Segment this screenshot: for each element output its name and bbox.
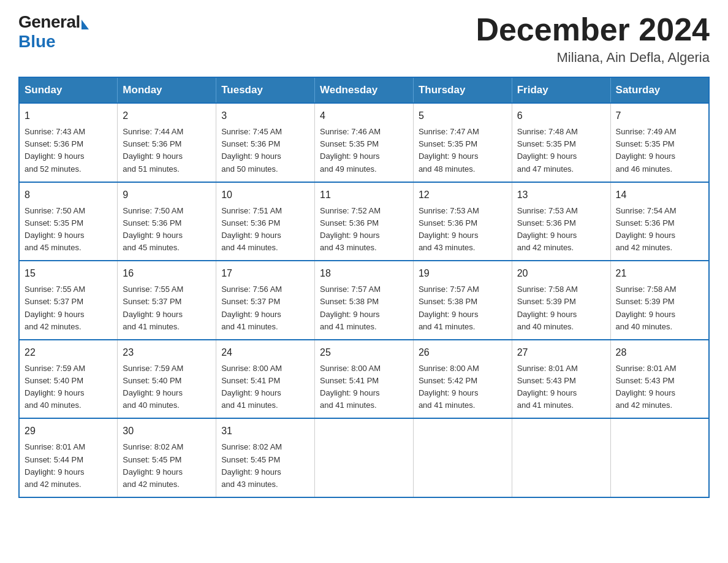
day-info: Sunrise: 7:54 AMSunset: 5:36 PMDaylight:… [616,206,677,252]
day-number: 12 [419,188,507,202]
calendar-day-cell: 7 Sunrise: 7:49 AMSunset: 5:35 PMDayligh… [610,103,709,182]
day-number: 7 [616,109,703,123]
calendar-day-cell: 21 Sunrise: 7:58 AMSunset: 5:39 PMDaylig… [610,261,709,340]
day-info: Sunrise: 7:59 AMSunset: 5:40 PMDaylight:… [25,364,85,410]
calendar-day-cell: 9 Sunrise: 7:50 AMSunset: 5:36 PMDayligh… [118,182,216,261]
day-number: 19 [419,266,507,281]
day-info: Sunrise: 7:57 AMSunset: 5:38 PMDaylight:… [320,285,381,331]
day-of-week-header: Monday [118,77,216,103]
day-number: 20 [517,266,605,281]
calendar-day-cell: 5 Sunrise: 7:47 AMSunset: 5:35 PMDayligh… [413,103,512,182]
day-info: Sunrise: 7:50 AMSunset: 5:36 PMDaylight:… [123,206,183,252]
calendar-day-cell: 25 Sunrise: 8:00 AMSunset: 5:41 PMDaylig… [315,340,414,419]
day-number: 15 [25,266,112,281]
day-number: 30 [123,424,211,439]
day-number: 29 [25,424,112,439]
calendar-day-cell: 11 Sunrise: 7:52 AMSunset: 5:36 PMDaylig… [315,182,414,261]
logo-blue-block [80,20,89,32]
day-info: Sunrise: 7:55 AMSunset: 5:37 PMDaylight:… [25,285,85,331]
day-info: Sunrise: 7:55 AMSunset: 5:37 PMDaylight:… [123,285,183,331]
day-info: Sunrise: 8:00 AMSunset: 5:42 PMDaylight:… [419,364,479,410]
calendar-week-row: 1 Sunrise: 7:43 AMSunset: 5:36 PMDayligh… [19,103,709,182]
day-info: Sunrise: 7:52 AMSunset: 5:36 PMDaylight:… [320,206,381,252]
day-of-week-header: Wednesday [315,77,414,103]
day-number: 22 [25,345,112,360]
calendar-day-cell: 15 Sunrise: 7:55 AMSunset: 5:37 PMDaylig… [19,261,118,340]
day-info: Sunrise: 7:51 AMSunset: 5:36 PMDaylight:… [221,206,282,252]
day-info: Sunrise: 7:53 AMSunset: 5:36 PMDaylight:… [517,206,578,252]
calendar-day-cell: 14 Sunrise: 7:54 AMSunset: 5:36 PMDaylig… [610,182,709,261]
month-title: December 2024 [476,12,710,47]
calendar-day-cell: 20 Sunrise: 7:58 AMSunset: 5:39 PMDaylig… [512,261,610,340]
day-info: Sunrise: 8:00 AMSunset: 5:41 PMDaylight:… [320,364,381,410]
calendar-day-cell: 27 Sunrise: 8:01 AMSunset: 5:43 PMDaylig… [512,340,610,419]
day-number: 11 [320,188,408,202]
day-info: Sunrise: 8:02 AMSunset: 5:45 PMDaylight:… [123,442,183,488]
day-info: Sunrise: 8:01 AMSunset: 5:44 PMDaylight:… [25,442,85,488]
day-info: Sunrise: 7:48 AMSunset: 5:35 PMDaylight:… [517,127,578,173]
day-of-week-header: Saturday [610,77,709,103]
calendar-day-cell: 16 Sunrise: 7:55 AMSunset: 5:37 PMDaylig… [118,261,216,340]
calendar-day-cell: 8 Sunrise: 7:50 AMSunset: 5:35 PMDayligh… [19,182,118,261]
calendar-day-cell: 19 Sunrise: 7:57 AMSunset: 5:38 PMDaylig… [413,261,512,340]
day-number: 23 [123,345,211,360]
day-info: Sunrise: 7:59 AMSunset: 5:40 PMDaylight:… [123,364,183,410]
day-number: 16 [123,266,211,281]
logo-blue-text: Blue [18,32,56,52]
calendar-week-row: 29 Sunrise: 8:01 AMSunset: 5:44 PMDaylig… [19,418,709,497]
logo-general-text: General [18,12,80,32]
calendar-day-cell: 24 Sunrise: 8:00 AMSunset: 5:41 PMDaylig… [216,340,315,419]
calendar-day-cell [512,418,610,497]
day-of-week-header: Sunday [19,77,118,103]
day-number: 28 [616,345,703,360]
day-number: 1 [25,109,112,123]
day-info: Sunrise: 7:49 AMSunset: 5:35 PMDaylight:… [616,127,677,173]
day-info: Sunrise: 7:58 AMSunset: 5:39 PMDaylight:… [616,285,677,331]
day-info: Sunrise: 7:44 AMSunset: 5:36 PMDaylight:… [123,127,183,173]
title-block: December 2024 Miliana, Ain Defla, Algeri… [476,12,710,66]
day-info: Sunrise: 7:56 AMSunset: 5:37 PMDaylight:… [221,285,282,331]
day-of-week-header: Thursday [413,77,512,103]
calendar-day-cell: 1 Sunrise: 7:43 AMSunset: 5:36 PMDayligh… [19,103,118,182]
day-info: Sunrise: 8:01 AMSunset: 5:43 PMDaylight:… [616,364,677,410]
day-number: 8 [25,188,112,202]
day-number: 3 [221,109,309,123]
calendar-day-cell: 17 Sunrise: 7:56 AMSunset: 5:37 PMDaylig… [216,261,315,340]
calendar-day-cell: 4 Sunrise: 7:46 AMSunset: 5:35 PMDayligh… [315,103,414,182]
day-number: 10 [221,188,309,202]
calendar-body: 1 Sunrise: 7:43 AMSunset: 5:36 PMDayligh… [19,103,709,497]
day-number: 9 [123,188,211,202]
calendar-week-row: 22 Sunrise: 7:59 AMSunset: 5:40 PMDaylig… [19,340,709,419]
day-info: Sunrise: 7:47 AMSunset: 5:35 PMDaylight:… [419,127,479,173]
day-number: 5 [419,109,507,123]
day-number: 21 [616,266,703,281]
location-text: Miliana, Ain Defla, Algeria [476,50,710,66]
days-of-week-row: SundayMondayTuesdayWednesdayThursdayFrid… [19,77,709,103]
day-info: Sunrise: 7:45 AMSunset: 5:36 PMDaylight:… [221,127,282,173]
day-number: 4 [320,109,408,123]
day-info: Sunrise: 7:58 AMSunset: 5:39 PMDaylight:… [517,285,578,331]
calendar-day-cell: 31 Sunrise: 8:02 AMSunset: 5:45 PMDaylig… [216,418,315,497]
day-info: Sunrise: 8:02 AMSunset: 5:45 PMDaylight:… [221,442,282,488]
day-info: Sunrise: 7:57 AMSunset: 5:38 PMDaylight:… [419,285,479,331]
logo: General Blue [18,12,89,52]
logo-triangle-icon [82,20,89,29]
day-of-week-header: Tuesday [216,77,315,103]
day-number: 6 [517,109,605,123]
calendar-day-cell: 30 Sunrise: 8:02 AMSunset: 5:45 PMDaylig… [118,418,216,497]
day-number: 25 [320,345,408,360]
day-of-week-header: Friday [512,77,610,103]
calendar-day-cell: 28 Sunrise: 8:01 AMSunset: 5:43 PMDaylig… [610,340,709,419]
calendar-day-cell: 3 Sunrise: 7:45 AMSunset: 5:36 PMDayligh… [216,103,315,182]
calendar-table: SundayMondayTuesdayWednesdayThursdayFrid… [18,77,710,498]
day-number: 26 [419,345,507,360]
day-number: 31 [221,424,309,439]
day-number: 2 [123,109,211,123]
calendar-day-cell [610,418,709,497]
calendar-day-cell: 13 Sunrise: 7:53 AMSunset: 5:36 PMDaylig… [512,182,610,261]
calendar-week-row: 8 Sunrise: 7:50 AMSunset: 5:35 PMDayligh… [19,182,709,261]
calendar-day-cell: 12 Sunrise: 7:53 AMSunset: 5:36 PMDaylig… [413,182,512,261]
calendar-day-cell: 22 Sunrise: 7:59 AMSunset: 5:40 PMDaylig… [19,340,118,419]
calendar-day-cell: 18 Sunrise: 7:57 AMSunset: 5:38 PMDaylig… [315,261,414,340]
day-number: 27 [517,345,605,360]
